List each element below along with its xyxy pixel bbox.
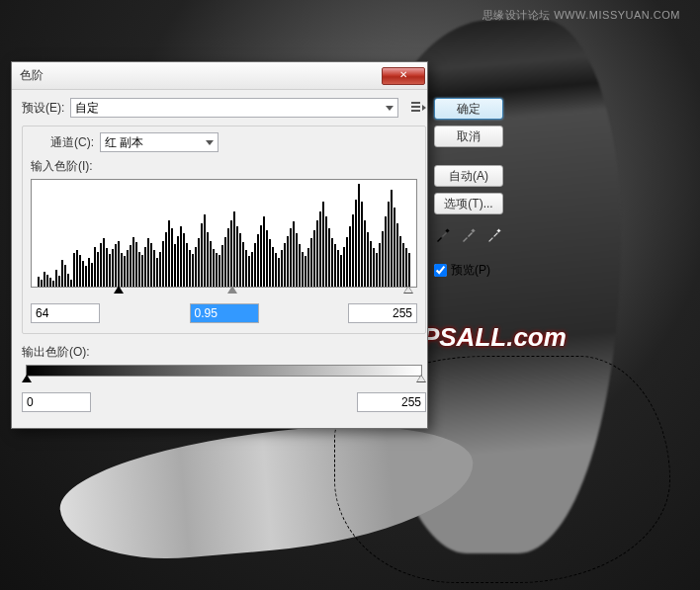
auto-button[interactable]: 自动(A) (434, 165, 503, 187)
input-shadow-field[interactable]: 64 (31, 303, 100, 323)
preset-menu-icon[interactable] (408, 100, 426, 116)
midtone-slider-handle[interactable] (227, 286, 237, 294)
output-slider-track[interactable] (26, 377, 422, 386)
preset-label: 预设(E): (22, 100, 64, 117)
watermark-top: 思缘设计论坛 WWW.MISSYUAN.COM (482, 8, 680, 23)
preview-checkbox[interactable] (434, 264, 447, 277)
output-gradient (26, 365, 422, 377)
output-shadow-handle[interactable] (22, 375, 32, 382)
preset-select[interactable]: 自定 (70, 98, 398, 118)
input-levels-label: 输入色阶(I): (31, 158, 417, 175)
cancel-button[interactable]: 取消 (434, 126, 503, 147)
channel-value: 红 副本 (105, 134, 143, 151)
levels-dialog: 色阶 ✕ 预设(E): 自定 通道(C): 红 副本 输入色阶(I): (11, 61, 428, 429)
shadow-slider-handle[interactable] (114, 286, 124, 294)
black-eyedropper-icon[interactable] (434, 226, 452, 244)
gray-eyedropper-icon[interactable] (460, 226, 478, 244)
preview-checkbox-row[interactable]: 预览(P) (434, 262, 503, 279)
output-highlight-field[interactable]: 255 (357, 392, 426, 412)
histogram (31, 179, 417, 288)
input-midtone-field[interactable]: 0.95 (190, 303, 259, 323)
preset-value: 自定 (75, 100, 99, 117)
channel-select[interactable]: 红 副本 (100, 132, 219, 152)
titlebar[interactable]: 色阶 ✕ (12, 62, 427, 90)
options-button[interactable]: 选项(T)... (434, 193, 503, 214)
svg-rect-0 (445, 228, 449, 232)
dialog-title: 色阶 (20, 67, 382, 84)
channel-label: 通道(C): (50, 134, 94, 151)
input-slider-track[interactable] (35, 288, 413, 297)
ok-button[interactable]: 确定 (434, 98, 503, 120)
output-levels-label: 输出色阶(O): (22, 344, 426, 361)
output-shadow-field[interactable]: 0 (22, 392, 91, 412)
highlight-slider-handle[interactable] (403, 286, 413, 294)
white-eyedropper-icon[interactable] (485, 226, 503, 244)
input-highlight-field[interactable]: 255 (348, 303, 417, 323)
svg-rect-1 (471, 228, 475, 232)
close-button[interactable]: ✕ (382, 67, 425, 85)
preview-label: 预览(P) (451, 262, 490, 279)
output-highlight-handle[interactable] (416, 375, 426, 382)
